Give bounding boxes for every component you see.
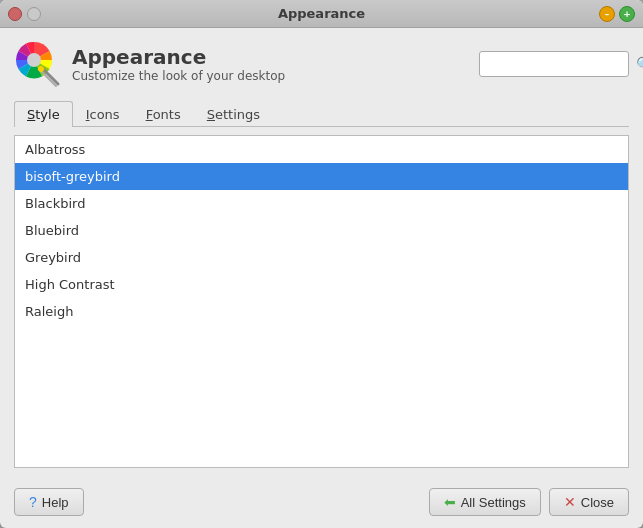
tabs-bar: Style Icons Fonts Settings xyxy=(14,100,629,127)
help-button[interactable]: ? Help xyxy=(14,488,84,516)
app-icon xyxy=(14,40,62,88)
titlebar-right-controls: – + xyxy=(599,6,635,22)
theme-item-blackbird[interactable]: Blackbird xyxy=(15,190,628,217)
close-button[interactable]: ✕ Close xyxy=(549,488,629,516)
help-icon: ? xyxy=(29,494,37,510)
minimize-window-button[interactable] xyxy=(27,7,41,21)
app-title: Appearance xyxy=(72,45,285,69)
titlebar: Appearance – + xyxy=(0,0,643,28)
theme-item-bisoft-greybird[interactable]: bisoft-greybird xyxy=(15,163,628,190)
search-box[interactable]: 🔍 xyxy=(479,51,629,77)
app-header: Appearance Customize the look of your de… xyxy=(14,40,629,88)
theme-item-greybird[interactable]: Greybird xyxy=(15,244,628,271)
search-input[interactable] xyxy=(486,57,636,71)
theme-item-albatross[interactable]: Albatross xyxy=(15,136,628,163)
close-label: Close xyxy=(581,495,614,510)
footer-left: ? Help xyxy=(14,488,84,516)
app-title-group: Appearance Customize the look of your de… xyxy=(72,45,285,83)
titlebar-green-button[interactable]: + xyxy=(619,6,635,22)
footer: ? Help ⬅ All Settings ✕ Close xyxy=(0,478,643,528)
tab-settings[interactable]: Settings xyxy=(194,101,273,127)
close-icon: ✕ xyxy=(564,494,576,510)
svg-line-2 xyxy=(42,68,58,84)
theme-list[interactable]: Albatross bisoft-greybird Blackbird Blue… xyxy=(14,135,629,468)
all-settings-label: All Settings xyxy=(461,495,526,510)
app-window: Appearance – + xyxy=(0,0,643,528)
back-arrow-icon: ⬅ xyxy=(444,494,456,510)
main-content: Appearance Customize the look of your de… xyxy=(0,28,643,478)
help-label: Help xyxy=(42,495,69,510)
titlebar-orange-button[interactable]: – xyxy=(599,6,615,22)
window-controls xyxy=(8,7,41,21)
footer-right: ⬅ All Settings ✕ Close xyxy=(429,488,629,516)
tab-fonts[interactable]: Fonts xyxy=(133,101,194,127)
close-window-button[interactable] xyxy=(8,7,22,21)
search-icon: 🔍 xyxy=(636,56,643,72)
app-subtitle: Customize the look of your desktop xyxy=(72,69,285,83)
theme-item-bluebird[interactable]: Bluebird xyxy=(15,217,628,244)
all-settings-button[interactable]: ⬅ All Settings xyxy=(429,488,541,516)
tab-icons[interactable]: Icons xyxy=(73,101,133,127)
svg-point-1 xyxy=(27,53,41,67)
window-title: Appearance xyxy=(278,6,365,21)
tab-style[interactable]: Style xyxy=(14,101,73,127)
theme-item-raleigh[interactable]: Raleigh xyxy=(15,298,628,325)
theme-item-high-contrast[interactable]: High Contrast xyxy=(15,271,628,298)
app-header-left: Appearance Customize the look of your de… xyxy=(14,40,285,88)
